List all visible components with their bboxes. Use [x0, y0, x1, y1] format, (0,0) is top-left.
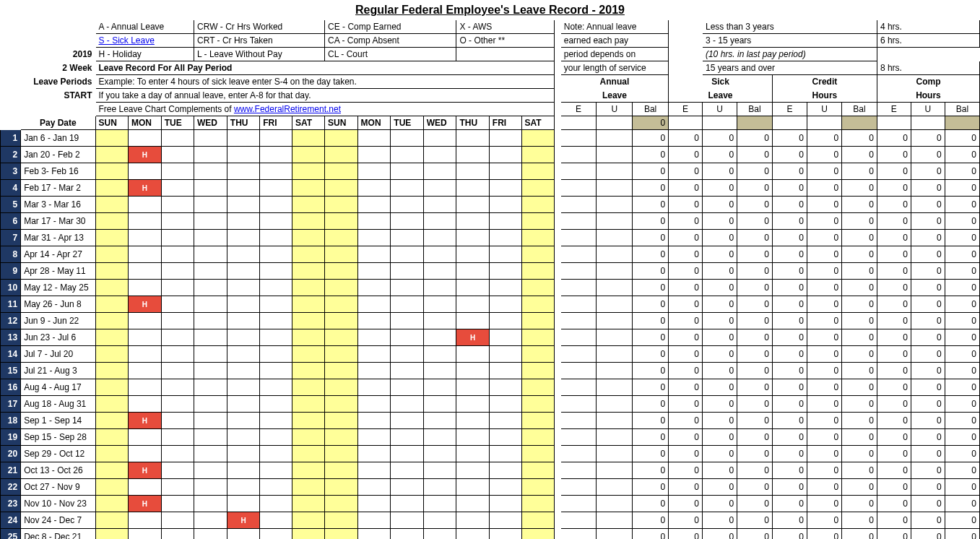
day-cell[interactable] [489, 263, 521, 280]
day-cell[interactable] [325, 363, 357, 379]
day-cell[interactable] [128, 163, 161, 180]
day-cell[interactable] [489, 246, 521, 263]
day-cell[interactable] [521, 329, 554, 346]
day-cell[interactable] [194, 379, 227, 396]
day-cell[interactable] [489, 329, 521, 346]
day-cell[interactable] [391, 197, 423, 213]
day-cell[interactable] [357, 413, 391, 429]
day-cell[interactable] [194, 529, 227, 540]
day-cell[interactable] [391, 529, 423, 540]
day-cell[interactable] [423, 213, 456, 230]
day-cell[interactable] [489, 213, 521, 230]
day-cell[interactable] [391, 130, 423, 147]
day-cell[interactable] [161, 446, 194, 462]
day-cell[interactable] [161, 462, 194, 479]
day-cell[interactable] [357, 130, 391, 147]
initial-bal-2[interactable] [842, 116, 877, 130]
day-cell[interactable] [456, 446, 489, 462]
day-cell[interactable] [391, 296, 423, 313]
day-cell[interactable] [357, 280, 391, 296]
day-cell[interactable] [260, 462, 292, 479]
day-cell[interactable] [521, 379, 554, 396]
day-cell[interactable] [292, 462, 324, 479]
day-cell[interactable] [95, 263, 128, 280]
day-cell[interactable] [292, 163, 324, 180]
day-cell[interactable] [128, 396, 161, 413]
day-cell[interactable] [489, 446, 521, 462]
day-cell[interactable] [227, 296, 259, 313]
day-cell[interactable] [489, 180, 521, 197]
day-cell[interactable] [128, 280, 161, 296]
initial-bal-1[interactable] [737, 116, 773, 130]
day-cell[interactable] [391, 363, 423, 379]
day-cell[interactable] [95, 446, 128, 462]
day-cell[interactable] [489, 413, 521, 429]
day-cell[interactable] [227, 313, 259, 329]
day-cell[interactable] [357, 313, 391, 329]
day-cell[interactable] [227, 246, 259, 263]
day-cell[interactable] [95, 197, 128, 213]
day-cell[interactable] [227, 263, 259, 280]
day-cell[interactable] [456, 363, 489, 379]
day-cell[interactable] [292, 363, 324, 379]
day-cell[interactable] [456, 163, 489, 180]
day-cell[interactable] [161, 230, 194, 246]
day-cell[interactable] [423, 329, 456, 346]
day-cell[interactable] [292, 379, 324, 396]
day-cell[interactable] [357, 512, 391, 529]
day-cell[interactable] [128, 213, 161, 230]
day-cell[interactable] [391, 396, 423, 413]
day-cell[interactable] [292, 479, 324, 496]
day-cell[interactable] [194, 462, 227, 479]
day-cell[interactable] [260, 197, 292, 213]
day-cell[interactable] [194, 496, 227, 512]
day-cell[interactable] [357, 230, 391, 246]
day-cell[interactable] [423, 346, 456, 363]
day-cell[interactable] [325, 346, 357, 363]
day-cell[interactable] [292, 329, 324, 346]
day-cell[interactable] [456, 379, 489, 396]
day-cell[interactable] [521, 147, 554, 163]
day-cell[interactable] [423, 280, 456, 296]
day-cell[interactable] [227, 379, 259, 396]
day-cell[interactable] [489, 296, 521, 313]
day-cell[interactable] [227, 180, 259, 197]
day-cell[interactable] [95, 512, 128, 529]
day-cell[interactable] [391, 263, 423, 280]
day-cell[interactable] [292, 512, 324, 529]
day-cell[interactable] [456, 130, 489, 147]
day-cell[interactable] [292, 496, 324, 512]
day-cell[interactable] [260, 246, 292, 263]
day-cell[interactable] [357, 396, 391, 413]
day-cell[interactable] [260, 313, 292, 329]
day-cell[interactable] [456, 197, 489, 213]
day-cell[interactable] [423, 496, 456, 512]
day-cell[interactable] [95, 313, 128, 329]
day-cell[interactable] [521, 479, 554, 496]
day-cell[interactable] [161, 496, 194, 512]
day-cell[interactable] [325, 496, 357, 512]
day-cell[interactable] [95, 429, 128, 446]
day-cell[interactable] [357, 462, 391, 479]
day-cell[interactable] [260, 296, 292, 313]
day-cell[interactable] [325, 479, 357, 496]
day-cell[interactable] [489, 379, 521, 396]
day-cell[interactable] [128, 363, 161, 379]
day-cell[interactable] [357, 329, 391, 346]
day-cell[interactable] [260, 163, 292, 180]
day-cell[interactable] [325, 462, 357, 479]
day-cell[interactable] [423, 180, 456, 197]
day-cell[interactable] [325, 429, 357, 446]
day-cell[interactable] [227, 147, 259, 163]
day-cell[interactable] [456, 230, 489, 246]
day-cell[interactable]: H [128, 296, 161, 313]
day-cell[interactable] [357, 496, 391, 512]
day-cell[interactable] [161, 197, 194, 213]
day-cell[interactable] [423, 246, 456, 263]
day-cell[interactable] [95, 346, 128, 363]
day-cell[interactable] [456, 263, 489, 280]
day-cell[interactable] [161, 346, 194, 363]
day-cell[interactable] [128, 429, 161, 446]
day-cell[interactable] [489, 529, 521, 540]
day-cell[interactable] [95, 329, 128, 346]
